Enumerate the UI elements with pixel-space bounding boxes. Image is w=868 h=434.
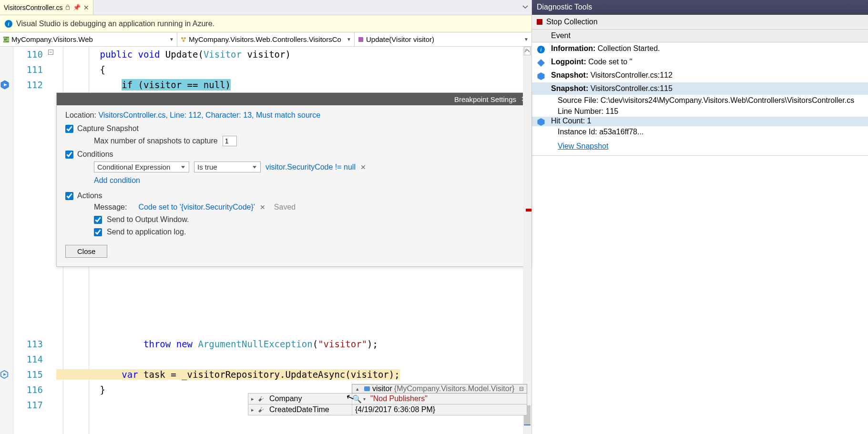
event-text: VisitorsController.cs:115 — [588, 84, 673, 92]
diagnostic-event-row[interactable]: i Information: Collection Started. — [532, 42, 868, 56]
send-output-label: Send to Output Window. — [107, 215, 189, 224]
debug-datatip: ▴ visitor {MyCompany.Visitors.Model.Visi… — [248, 384, 527, 415]
breakpoint-settings-title: Breakpoint Settings — [454, 95, 516, 103]
lock-icon — [65, 4, 70, 11]
snapshot-icon — [537, 72, 545, 81]
line-number: 113 — [13, 336, 43, 352]
vertical-scrollbar[interactable] — [523, 47, 531, 434]
close-tab-icon[interactable]: ✕ — [83, 4, 89, 11]
datatip-header[interactable]: ▴ visitor {MyCompany.Visitors.Model.Visi… — [352, 384, 527, 394]
fold-gutter[interactable]: − — [47, 47, 56, 434]
max-snapshots-label: Max number of snapshots to capture — [94, 137, 218, 145]
breakpoint-settings-panel: Breakpoint Settings ✕ Location: Visitors… — [56, 92, 531, 267]
line-number: 116 — [13, 382, 43, 397]
snapshot-hit-icon[interactable] — [0, 370, 9, 379]
condition-op-select[interactable]: Is true — [194, 161, 261, 172]
svg-text:i: i — [540, 46, 541, 53]
svg-marker-15 — [538, 72, 545, 80]
send-output-checkbox[interactable] — [94, 216, 102, 224]
expand-icon[interactable]: ▸ — [248, 396, 257, 402]
diagnostic-toolbar: Stop Collection — [532, 15, 868, 30]
send-applog-checkbox[interactable] — [94, 228, 102, 236]
diagnostic-event-row-selected[interactable]: Snapshot: VisitorsController.cs:115 — [532, 82, 868, 95]
line-number: 111 — [13, 62, 43, 77]
capture-snapshot-checkbox[interactable] — [65, 125, 73, 133]
nav-class-dropdown[interactable]: MyCompany.Visitors.Web.Controllers.Visit… — [177, 32, 355, 46]
event-column-header[interactable]: Event — [532, 30, 868, 42]
code-editor[interactable]: 110 111 112 113 114 115 116 117 − public… — [0, 47, 531, 434]
nav-namespace-dropdown[interactable]: C# MyCompany.Visitors.Web ▼ — [0, 32, 177, 46]
property-name: CreatedDateTime — [266, 404, 351, 415]
capture-snapshot-label: Capture Snapshot — [77, 124, 139, 133]
location-label: Location: — [65, 111, 98, 119]
code-token: "visitor" — [318, 339, 367, 349]
info-icon: i — [537, 45, 545, 54]
view-snapshot-link[interactable]: View Snapshot — [558, 142, 608, 150]
datatip-var-name: visitor — [372, 384, 394, 393]
event-label: Logpoint: — [551, 58, 586, 66]
detail-value: a53a16ff78... — [599, 128, 643, 136]
close-button[interactable]: Close — [65, 245, 107, 258]
expand-icon[interactable]: ▸ — [248, 407, 257, 413]
stop-collection-button[interactable]: Stop Collection — [546, 18, 598, 26]
class-icon — [180, 36, 187, 43]
datatip-property-row[interactable]: ▸ CreatedDateTime {4/19/2017 6:36:08 PM} — [248, 404, 527, 415]
pin-icon[interactable]: 📌 — [73, 4, 81, 11]
property-value: "Nod Publishers" — [370, 394, 428, 403]
event-label: Information: — [551, 44, 595, 52]
code-token: } — [100, 384, 105, 395]
clear-message-icon[interactable]: ✕ — [260, 203, 266, 211]
split-view-icon[interactable] — [524, 47, 531, 55]
chevron-down-icon[interactable]: ▾ — [361, 396, 368, 402]
fold-collapse-icon[interactable]: − — [48, 50, 53, 55]
code-token: task = _visitorRepository.UpdateAsync(vi… — [138, 369, 400, 380]
event-detail-block: Source File: C:\dev\visitors24\MyCompany… — [558, 95, 868, 117]
datatip-property-row[interactable]: ▸ Company 🔍 ▾ "Nod Publishers" — [248, 393, 527, 404]
chevron-down-icon: ▼ — [524, 37, 529, 42]
event-label: Snapshot: — [551, 71, 588, 79]
nav-method-text: Update(Visitor visitor) — [366, 35, 434, 43]
detail-value: C:\dev\visitors24\MyCompany.Visitors.Web… — [601, 96, 854, 104]
line-number: 112 — [13, 77, 43, 92]
actions-checkbox[interactable] — [65, 192, 73, 200]
detail-value: 1 — [587, 117, 592, 125]
diagnostic-event-row[interactable]: Logpoint: Code set to '' — [532, 56, 868, 69]
datatip-var-type: {MyCompany.Visitors.Model.Visitor} — [394, 384, 515, 393]
collapse-icon[interactable]: ▴ — [353, 386, 362, 392]
detail-value: 115 — [606, 107, 619, 115]
breakpoint-gutter[interactable] — [0, 47, 13, 434]
info-icon: i — [5, 20, 12, 28]
snapshot-icon — [537, 118, 545, 126]
code-token: throw — [143, 339, 171, 349]
message-input[interactable]: Code set to '{visitor.SecurityCode}' — [138, 203, 255, 212]
location-link[interactable]: VisitorsController.cs, Line: 112, Charac… — [98, 111, 320, 119]
tab-filename: VisitorsController.cs — [4, 4, 62, 11]
code-token: { — [100, 64, 105, 75]
diagnostic-event-row[interactable]: Snapshot: VisitorsController.cs:112 — [532, 69, 868, 82]
scroll-change-marker — [526, 209, 531, 212]
max-snapshots-input[interactable] — [223, 136, 237, 146]
svg-rect-6 — [358, 37, 363, 42]
visualizer-icon[interactable]: 🔍 — [352, 394, 361, 404]
condition-expression-input[interactable]: visitor.SecurityCode != null — [266, 163, 356, 172]
pin-datatip-icon[interactable]: ⊟ — [517, 385, 526, 392]
nav-method-dropdown[interactable]: Update(Visitor visitor) ▼ — [355, 32, 531, 46]
tab-overflow-icon[interactable] — [522, 3, 529, 11]
add-condition-link[interactable]: Add condition — [94, 176, 140, 185]
debug-info-banner: i Visual Studio is debugging an applicat… — [0, 15, 531, 32]
detail-label: Line Number: — [558, 107, 606, 115]
diagnostic-events-table: Event i Information: Collection Started.… — [532, 30, 868, 156]
csharp-project-icon: C# — [3, 36, 10, 43]
conditions-checkbox[interactable] — [65, 151, 73, 159]
detail-label: Hit Count: — [551, 117, 587, 125]
line-number: 110 — [13, 47, 43, 62]
code-nav-bar: C# MyCompany.Visitors.Web ▼ MyCompany.Vi… — [0, 32, 531, 47]
tab-active[interactable]: VisitorsController.cs 📌 ✕ — [0, 0, 93, 15]
code-token: public — [100, 49, 133, 60]
condition-type-select[interactable]: Conditional Expression — [94, 161, 189, 172]
snapshot-breakpoint-icon[interactable] — [0, 80, 10, 90]
svg-rect-11 — [364, 386, 370, 391]
diagnostic-tools-title: Diagnostic Tools — [532, 0, 868, 15]
remove-condition-icon[interactable]: ✕ — [360, 163, 366, 171]
svg-rect-0 — [66, 7, 70, 10]
